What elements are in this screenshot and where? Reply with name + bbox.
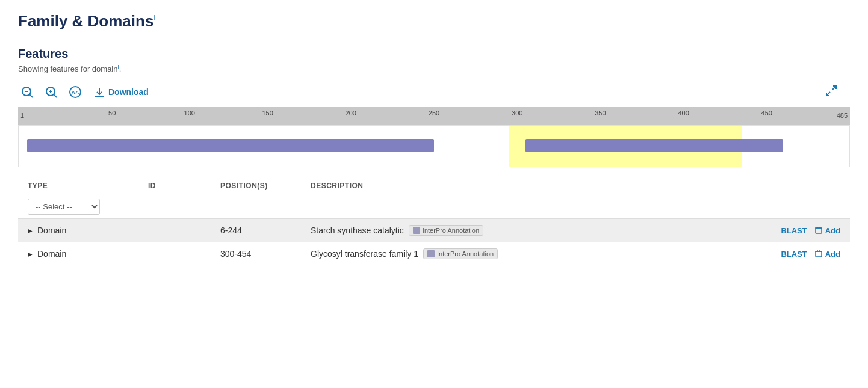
page-title: Family & Domainsi — [18, 12, 850, 38]
viz-container: 1 50 100 150 200 250 300 350 400 450 485 — [18, 107, 850, 167]
ruler-tick-100: 100 — [184, 109, 195, 117]
zoom-in-button[interactable] — [42, 84, 60, 100]
trash-icon-2 — [814, 249, 823, 259]
domain-bar-1[interactable] — [27, 139, 434, 152]
type-select[interactable]: -- Select -- — [28, 199, 100, 215]
filter-row: -- Select -- — [18, 195, 850, 218]
aa-icon: AA — [69, 85, 82, 99]
page-container: Family & Domainsi Features Showing featu… — [0, 0, 868, 277]
row-1-desc: Starch synthase catalytic InterPro Annot… — [311, 225, 720, 236]
interpro-icon-2 — [427, 250, 435, 257]
col-id: ID — [148, 182, 220, 190]
domain-bar-2[interactable] — [525, 139, 783, 152]
title-sup: i — [153, 14, 155, 22]
col-actions — [720, 182, 840, 190]
svg-text:AA: AA — [72, 90, 79, 96]
expand-button[interactable] — [825, 84, 838, 100]
table-section: TYPE ID POSITION(S) DESCRIPTION -- Selec… — [18, 177, 850, 265]
toolbar: AA Download — [18, 84, 850, 100]
download-label: Download — [108, 87, 149, 97]
ruler-tick-150: 150 — [262, 109, 273, 117]
row-2-actions: BLAST Add — [720, 249, 840, 259]
table-row: ▶ Domain 6-244 Starch synthase catalytic… — [18, 218, 850, 242]
ruler-tick-400: 400 — [678, 109, 689, 117]
ruler-tick-450: 450 — [761, 109, 772, 117]
blast-button-2[interactable]: BLAST — [781, 250, 807, 259]
col-description: DESCRIPTION — [311, 182, 720, 190]
title-text: Family & Domains — [18, 12, 153, 30]
ruler-start-label: 1 — [20, 112, 24, 119]
row-1-actions: BLAST Add — [720, 226, 840, 236]
ruler-tick-350: 350 — [595, 109, 606, 117]
subtitle: Showing features for domaini. — [18, 63, 850, 73]
ruler-end-label: 485 — [837, 112, 848, 119]
row-2-pos: 300-454 — [220, 249, 311, 259]
row-2-type: ▶ Domain — [28, 249, 148, 259]
svg-line-6 — [54, 94, 57, 97]
download-button[interactable]: Download — [90, 84, 151, 100]
subtitle-text: Showing features for domain — [18, 64, 117, 73]
row-2-desc: Glycosyl transferase family 1 InterPro A… — [311, 248, 720, 259]
row-1-type: ▶ Domain — [28, 226, 148, 235]
domain-track — [18, 125, 850, 167]
interpro-badge-1[interactable]: InterPro Annotation — [409, 225, 483, 236]
ruler-tick-200: 200 — [346, 109, 356, 117]
svg-rect-17 — [816, 251, 822, 257]
ruler-tick-250: 250 — [429, 109, 439, 117]
table-row: ▶ Domain 300-454 Glycosyl transferase fa… — [18, 242, 850, 265]
add-button-1[interactable]: Add — [814, 226, 840, 236]
aa-toggle-button[interactable]: AA — [66, 84, 84, 100]
subtitle-end: . — [119, 64, 122, 73]
col-positions: POSITION(S) — [220, 182, 311, 190]
svg-rect-13 — [816, 228, 822, 233]
interpro-badge-2[interactable]: InterPro Annotation — [423, 248, 498, 259]
zoom-out-button[interactable] — [18, 84, 36, 100]
row-1-toggle[interactable]: ▶ — [28, 227, 33, 234]
download-icon — [93, 85, 106, 99]
table-header: TYPE ID POSITION(S) DESCRIPTION — [18, 177, 850, 195]
zoom-out-icon — [20, 85, 34, 99]
svg-line-2 — [29, 94, 33, 97]
ruler: 1 50 100 150 200 250 300 350 400 450 485 — [18, 107, 850, 125]
section-title: Features — [18, 47, 850, 61]
interpro-icon-1 — [413, 227, 420, 234]
zoom-in-icon — [45, 85, 58, 99]
add-button-2[interactable]: Add — [814, 249, 840, 259]
col-type: TYPE — [28, 182, 148, 190]
row-1-pos: 6-244 — [220, 226, 311, 235]
blast-button-1[interactable]: BLAST — [781, 226, 807, 235]
trash-icon-1 — [814, 226, 823, 236]
ruler-tick-300: 300 — [512, 109, 522, 117]
row-2-toggle[interactable]: ▶ — [28, 251, 33, 257]
ruler-tick-50: 50 — [108, 109, 116, 117]
